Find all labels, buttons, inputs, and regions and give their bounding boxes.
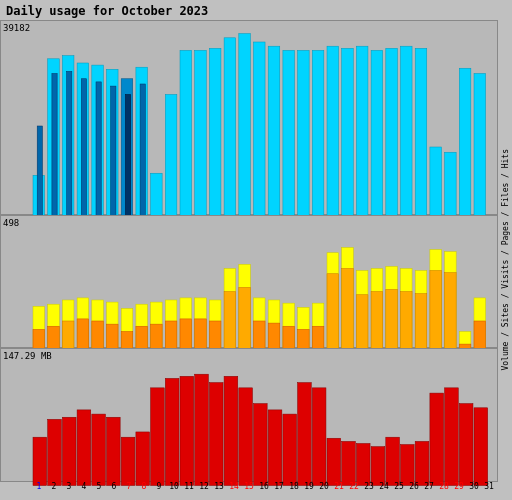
svg-rect-131 <box>474 408 488 486</box>
x-label-26: 26 <box>407 482 421 500</box>
panel1-bars <box>33 21 495 242</box>
x-label-13: 13 <box>212 482 226 500</box>
x-label-2: 2 <box>47 482 61 500</box>
panel-pages: 498 <box>0 215 498 349</box>
panel2-ylabel: 498 <box>3 218 19 228</box>
panel3-bars <box>33 349 495 486</box>
svg-rect-101 <box>33 438 47 486</box>
x-label-23: 23 <box>362 482 376 500</box>
x-label-25: 25 <box>392 482 406 500</box>
x-label-14[interactable]: 14 <box>227 482 241 500</box>
panel-hits: 39182 <box>0 20 498 215</box>
x-label-31: 31 <box>482 482 496 500</box>
svg-rect-125 <box>386 438 400 486</box>
x-label-18: 18 <box>287 482 301 500</box>
x-label-20: 20 <box>317 482 331 500</box>
svg-rect-16 <box>268 46 280 241</box>
svg-rect-13 <box>224 38 236 242</box>
svg-rect-26 <box>415 48 427 241</box>
svg-rect-15 <box>254 42 266 242</box>
svg-rect-120 <box>312 388 326 486</box>
svg-rect-107 <box>121 438 135 486</box>
svg-rect-21 <box>342 48 354 241</box>
svg-rect-129 <box>445 388 459 486</box>
x-label-27: 27 <box>422 482 436 500</box>
svg-rect-116 <box>254 404 268 486</box>
svg-rect-122 <box>342 442 356 486</box>
svg-rect-106 <box>107 418 121 486</box>
x-label-9: 9 <box>152 482 166 500</box>
svg-rect-20 <box>327 46 339 241</box>
x-label-15[interactable]: 15 <box>242 482 256 500</box>
svg-rect-102 <box>48 420 62 486</box>
x-label-12: 12 <box>197 482 211 500</box>
x-label-8[interactable]: 8 <box>137 482 151 500</box>
x-label-10: 10 <box>167 482 181 500</box>
svg-rect-24 <box>386 48 398 241</box>
x-label-4: 4 <box>77 482 91 500</box>
x-label-24: 24 <box>377 482 391 500</box>
x-label-22[interactable]: 22 <box>347 482 361 500</box>
svg-rect-123 <box>356 444 370 486</box>
svg-rect-115 <box>239 388 253 486</box>
x-label-6: 6 <box>107 482 121 500</box>
x-label-11: 11 <box>182 482 196 500</box>
svg-rect-112 <box>195 375 209 486</box>
panel-volume: 147.29 MB <box>0 348 498 482</box>
svg-rect-104 <box>77 410 91 486</box>
svg-rect-113 <box>209 383 223 486</box>
svg-rect-109 <box>151 388 165 486</box>
x-label-7[interactable]: 7 <box>122 482 136 500</box>
svg-rect-23 <box>371 50 383 241</box>
x-label-17: 17 <box>272 482 286 500</box>
x-label-28[interactable]: 28 <box>437 482 451 500</box>
svg-rect-18 <box>298 50 310 241</box>
panel1-ylabel: 39182 <box>3 23 30 33</box>
svg-rect-108 <box>136 432 150 486</box>
x-axis: 1 2 3 4 5 6 7 8 9 10 11 12 13 14 15 16 1… <box>32 482 496 500</box>
svg-rect-119 <box>298 383 312 486</box>
svg-rect-117 <box>268 410 282 486</box>
svg-rect-22 <box>356 46 368 241</box>
x-label-3: 3 <box>62 482 76 500</box>
svg-rect-12 <box>209 48 221 241</box>
svg-rect-118 <box>283 415 297 486</box>
svg-rect-114 <box>224 377 238 486</box>
svg-rect-19 <box>312 50 324 241</box>
svg-rect-25 <box>401 46 413 241</box>
svg-rect-11 <box>195 50 207 241</box>
chart-container: Daily usage for October 2023 39182 <box>0 0 512 500</box>
svg-rect-103 <box>62 418 76 486</box>
svg-rect-128 <box>430 394 444 486</box>
svg-rect-121 <box>327 439 341 486</box>
x-label-5: 5 <box>92 482 106 500</box>
panel2-bars <box>33 216 495 363</box>
right-axis-label: Volume / Sites / Visits / Pages / Files … <box>501 149 510 371</box>
x-label-21[interactable]: 21 <box>332 482 346 500</box>
right-axis: Volume / Sites / Visits / Pages / Files … <box>498 20 512 500</box>
chart-title: Daily usage for October 2023 <box>0 0 512 20</box>
x-label-16: 16 <box>257 482 271 500</box>
x-label-29[interactable]: 29 <box>452 482 466 500</box>
x-label-30: 30 <box>467 482 481 500</box>
x-label-19: 19 <box>302 482 316 500</box>
svg-rect-127 <box>415 442 429 486</box>
svg-rect-17 <box>283 50 295 241</box>
svg-rect-126 <box>401 445 415 486</box>
svg-rect-10 <box>180 50 192 241</box>
svg-rect-105 <box>92 415 106 486</box>
svg-rect-130 <box>459 404 473 486</box>
svg-rect-110 <box>165 379 179 486</box>
svg-rect-14 <box>239 34 251 242</box>
svg-rect-124 <box>371 447 385 486</box>
x-label-1[interactable]: 1 <box>32 482 46 500</box>
svg-rect-111 <box>180 377 194 486</box>
